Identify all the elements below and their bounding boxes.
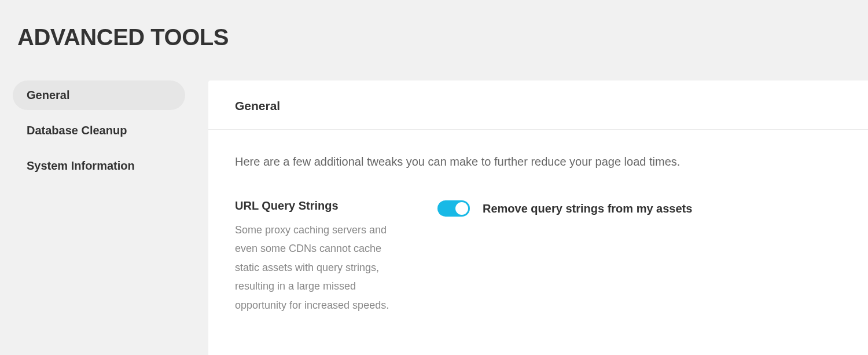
toggle-knob-icon <box>455 202 468 215</box>
sidebar-item-label: General <box>27 89 69 101</box>
setting-row-url-query-strings: URL Query Strings Some proxy caching ser… <box>235 199 841 314</box>
panel-header-title: General <box>235 99 841 113</box>
main-panel: General Here are a few additional tweaks… <box>208 80 868 355</box>
panel-header: General <box>208 80 868 130</box>
panel-intro: Here are a few additional tweaks you can… <box>235 153 841 170</box>
page-title: ADVANCED TOOLS <box>0 0 868 50</box>
sidebar-item-system-information[interactable]: System Information <box>13 151 185 181</box>
toggle-remove-query-strings[interactable] <box>437 200 470 217</box>
setting-description: Some proxy caching servers and even some… <box>235 221 397 314</box>
sidebar-item-label: Database Cleanup <box>27 124 127 137</box>
sidebar-item-general[interactable]: General <box>13 80 185 110</box>
sidebar-item-label: System Information <box>27 159 135 172</box>
setting-left: URL Query Strings Some proxy caching ser… <box>235 199 414 314</box>
sidebar: General Database Cleanup System Informat… <box>0 80 208 355</box>
toggle-label: Remove query strings from my assets <box>483 202 692 215</box>
setting-right: Remove query strings from my assets <box>414 199 692 217</box>
panel-body: Here are a few additional tweaks you can… <box>208 130 868 314</box>
layout-container: General Database Cleanup System Informat… <box>0 50 868 355</box>
sidebar-item-database-cleanup[interactable]: Database Cleanup <box>13 116 185 145</box>
setting-title: URL Query Strings <box>235 199 397 213</box>
